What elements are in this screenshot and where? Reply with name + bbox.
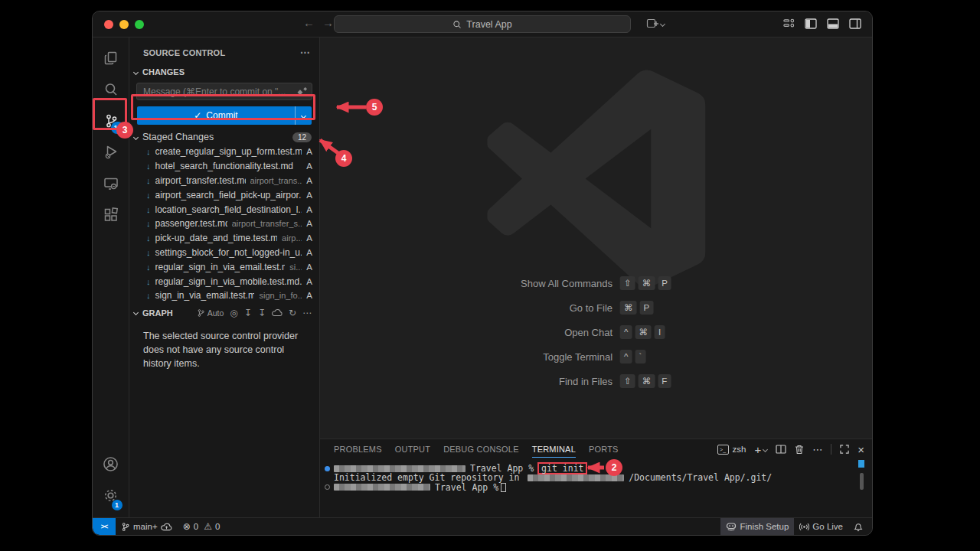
shell-selector[interactable]: >_ zsh (717, 445, 746, 455)
tab-terminal[interactable]: TERMINAL (532, 441, 576, 458)
minimize-window-button[interactable] (119, 20, 129, 29)
staged-file-row[interactable]: ↓ sign_in_via_email.test.md sign_in_fo..… (129, 289, 319, 303)
shortcut-label: Toggle Terminal (543, 351, 612, 363)
source-control-icon[interactable]: 12 (93, 105, 129, 136)
changes-label: CHANGES (142, 67, 185, 77)
changes-section-header[interactable]: CHANGES (129, 64, 319, 80)
terminal-content[interactable]: Travel App % git init Initialized empty … (320, 459, 872, 492)
staged-file-row[interactable]: ↓ settings_block_for_not_logged-in_u... … (129, 246, 319, 260)
close-window-button[interactable] (104, 20, 113, 29)
nav-forward-icon[interactable]: → (322, 16, 334, 29)
run-debug-icon[interactable] (93, 136, 129, 168)
toggle-panel-icon[interactable] (827, 18, 839, 29)
extensions-icon[interactable] (93, 199, 129, 230)
more-actions-icon[interactable]: ⋯ (300, 47, 310, 58)
tab-ports[interactable]: PORTS (589, 441, 619, 458)
tab-output[interactable]: OUTPUT (395, 441, 430, 458)
git-status-added: A (302, 191, 312, 200)
key-cmd: ⌘ (639, 374, 655, 388)
explorer-icon[interactable] (93, 42, 129, 73)
remote-explorer-icon[interactable] (93, 168, 129, 199)
branch-status-item[interactable]: main+ (116, 518, 178, 535)
source-control-panel: SOURCE CONTROL ⋯ CHANGES ◆◆ ✓ Commit (129, 37, 320, 517)
new-terminal-button[interactable]: + (754, 443, 767, 456)
customize-layout-icon[interactable] (783, 18, 795, 29)
terminal-scrollbar[interactable] (860, 473, 864, 490)
notifications-bell[interactable] (848, 518, 872, 535)
nav-back-icon[interactable]: ← (303, 16, 315, 29)
staged-file-row[interactable]: ↓ airport_search_field_pick-up_airpor...… (129, 187, 319, 202)
staged-file-row[interactable]: ↓ create_regular_sign_up_form.test.md A (129, 145, 319, 159)
command-center-search[interactable]: Travel App (334, 15, 631, 33)
go-live-button[interactable]: Go Live (794, 518, 848, 535)
cloud-icon[interactable] (272, 308, 283, 317)
commit-dropdown-button[interactable] (295, 106, 312, 125)
accounts-icon[interactable] (93, 448, 129, 480)
go-live-label: Go Live (812, 522, 843, 531)
problems-status-item[interactable]: ⊗ 0 ⚠ 0 (178, 518, 226, 535)
remote-indicator[interactable]: >< (93, 518, 116, 535)
markdown-file-icon: ↓ (146, 262, 151, 272)
more-actions-icon[interactable]: ⋯ (302, 308, 312, 318)
broadcast-icon (799, 523, 809, 531)
graph-section-header[interactable]: GRAPH Auto ◎ ↧ (129, 303, 319, 321)
refresh-icon[interactable]: ↻ (289, 308, 296, 318)
terminal-prompt: Travel App % (435, 483, 498, 492)
staged-file-row[interactable]: ↓ passenger.test.md airport_transfer_s..… (129, 217, 319, 231)
key-shift: ⇧ (620, 276, 635, 290)
git-status-added: A (302, 219, 312, 228)
toggle-secondary-sidebar-icon[interactable] (849, 18, 861, 29)
command-decoration-pending (325, 484, 330, 490)
commit-button[interactable]: ✓ Commit (137, 106, 312, 125)
redacted-path-text (528, 474, 624, 481)
toggle-primary-sidebar-icon[interactable] (805, 18, 817, 29)
generate-commit-message-icon[interactable]: ◆◆ (297, 86, 307, 96)
search-view-icon[interactable] (93, 73, 129, 105)
key-shift: ⇧ (620, 374, 635, 388)
git-status-added: A (302, 277, 312, 286)
git-pull-icon[interactable]: ↧ (258, 308, 266, 318)
settings-gear-icon[interactable]: 1 (93, 480, 129, 511)
activity-bar: 12 (93, 37, 129, 517)
git-fetch-icon[interactable]: ↧ (244, 308, 252, 318)
more-actions-icon[interactable]: ⋯ (812, 444, 822, 455)
staged-file-row[interactable]: ↓ pick-up_date_and_time.test.md airp... … (129, 231, 319, 246)
bell-icon (854, 522, 863, 532)
graph-auto-button[interactable]: Auto (197, 308, 224, 318)
staged-file-row[interactable]: ↓ airport_transfer.test.md airport_trans… (129, 174, 319, 188)
staged-file-row[interactable]: ↓ regular_sign_in_via_mobile.test.md... … (129, 274, 319, 289)
finish-setup-button[interactable]: Finish Setup (720, 518, 794, 535)
window-title: Travel App (466, 19, 511, 30)
staged-file-row[interactable]: ↓ location_search_field_destination_l...… (129, 202, 319, 217)
git-status-added: A (302, 205, 312, 214)
new-window-layout-control[interactable] (646, 18, 665, 30)
split-terminal-icon[interactable] (776, 445, 786, 454)
close-panel-icon[interactable]: × (858, 443, 864, 456)
source-control-badge: 12 (111, 122, 123, 134)
staged-file-row[interactable]: ↓ regular_sign_in_via_email.test.md si..… (129, 259, 319, 274)
key-letter: P (640, 301, 654, 315)
shortcut-label: Open Chat (564, 327, 612, 338)
terminal-output-path: /Documents/Travel App/.git/ (629, 473, 772, 482)
redacted-host-text (334, 484, 430, 491)
warning-icon: ⚠ (204, 521, 212, 532)
git-status-added: A (302, 176, 312, 185)
staged-changes-header[interactable]: Staged Changes 12 (129, 129, 319, 145)
zoom-window-button[interactable] (135, 20, 144, 29)
layout-plus-icon (646, 18, 658, 30)
plus-icon: + (754, 443, 761, 456)
git-status-added: A (302, 262, 312, 272)
markdown-file-icon: ↓ (146, 219, 151, 228)
key-cmd: ⌘ (635, 325, 652, 339)
shortcut-label: Show All Commands (521, 278, 612, 289)
graph-target-icon[interactable]: ◎ (230, 308, 237, 318)
markdown-file-icon: ↓ (146, 277, 151, 286)
warning-count: 0 (215, 522, 220, 531)
tab-problems[interactable]: PROBLEMS (334, 441, 382, 458)
command-decoration-success (325, 466, 330, 471)
kill-terminal-trash-icon[interactable] (795, 445, 804, 455)
tab-debug-console[interactable]: DEBUG CONSOLE (443, 441, 519, 458)
staged-file-row[interactable]: ↓ hotel_search_functionality.test.md A (129, 159, 319, 174)
commit-message-input[interactable] (136, 83, 312, 100)
maximize-panel-icon[interactable] (840, 445, 849, 454)
